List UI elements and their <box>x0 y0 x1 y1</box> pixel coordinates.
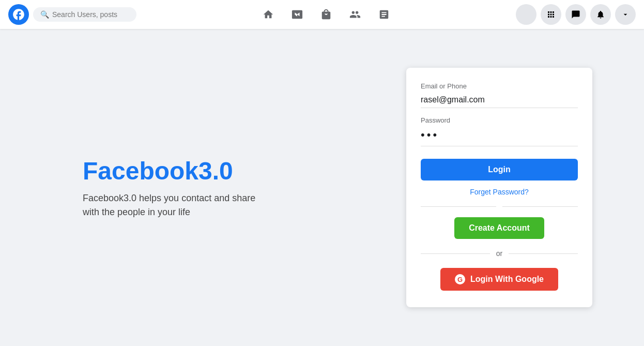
google-login-label: Login With Google <box>470 275 544 284</box>
forgot-password-link[interactable]: Forget Password? <box>421 188 578 196</box>
apps-button[interactable] <box>541 4 561 25</box>
grid-icon <box>546 10 556 19</box>
brand-title: Facebook3.0 <box>83 156 258 185</box>
divider-line-right <box>502 206 578 207</box>
main-content: Facebook3.0 Facebook3.0 helps you contac… <box>0 29 644 346</box>
email-label: Email or Phone <box>421 82 578 90</box>
navbar: 🔍 <box>0 0 644 29</box>
chevron-down-icon <box>621 10 630 19</box>
or-line-left <box>421 253 490 254</box>
search-input[interactable] <box>52 10 129 19</box>
nav-shop-button[interactable] <box>314 2 339 27</box>
or-text: or <box>496 249 502 258</box>
news-icon <box>378 9 390 20</box>
dropdown-button[interactable] <box>615 4 636 25</box>
shop-icon <box>320 9 332 20</box>
people-icon <box>349 9 361 20</box>
facebook-logo-icon <box>12 8 25 21</box>
login-card: Email or Phone Password ••• Login Forget… <box>406 68 592 307</box>
brand-description: Facebook3.0 helps you contact and share … <box>83 191 258 219</box>
divider <box>421 206 578 207</box>
email-group: Email or Phone <box>421 82 578 108</box>
create-account-button[interactable]: Create Account <box>454 217 544 239</box>
google-icon: G <box>455 274 465 284</box>
nav-right-section <box>516 4 636 25</box>
email-field[interactable] <box>421 92 578 108</box>
search-bar[interactable]: 🔍 <box>33 7 136 22</box>
nav-news-button[interactable] <box>372 2 396 27</box>
left-section: Facebook3.0 Facebook3.0 helps you contac… <box>83 156 258 219</box>
google-login-button[interactable]: G Login With Google <box>440 268 558 291</box>
messenger-button[interactable] <box>565 4 586 25</box>
or-line-right <box>509 253 578 254</box>
password-underline <box>421 146 578 146</box>
messenger-icon <box>571 10 580 19</box>
password-dots: ••• <box>421 126 578 144</box>
video-icon <box>292 9 303 20</box>
nav-people-button[interactable] <box>343 2 367 27</box>
password-group: Password ••• <box>421 116 578 146</box>
avatar[interactable] <box>516 4 536 25</box>
login-button[interactable]: Login <box>421 159 578 180</box>
or-section: or <box>421 249 578 258</box>
divider-line-left <box>421 206 496 207</box>
bell-icon <box>596 10 605 19</box>
nav-video-button[interactable] <box>285 2 310 27</box>
nav-center-icons <box>136 2 516 27</box>
notifications-button[interactable] <box>590 4 611 25</box>
nav-home-button[interactable] <box>256 2 281 27</box>
password-label: Password <box>421 116 578 124</box>
home-icon <box>263 9 274 20</box>
facebook-logo[interactable] <box>8 4 29 25</box>
search-icon: 🔍 <box>40 10 49 19</box>
